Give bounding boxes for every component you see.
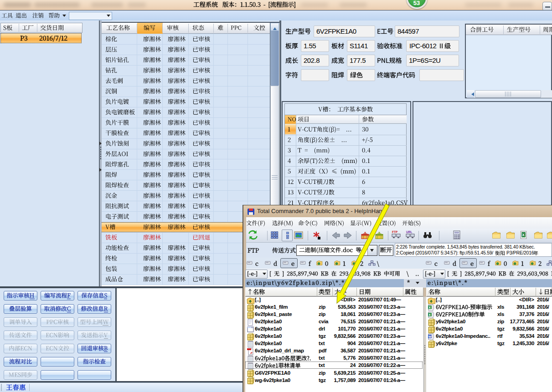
svg-text:X: X [428,313,431,316]
svg-text:FTP: FTP [392,230,398,234]
svg-text:URL: URL [406,230,412,234]
svg-text:X: X [428,306,431,309]
svg-text:W: W [428,335,432,338]
svg-text:X: X [522,233,525,237]
